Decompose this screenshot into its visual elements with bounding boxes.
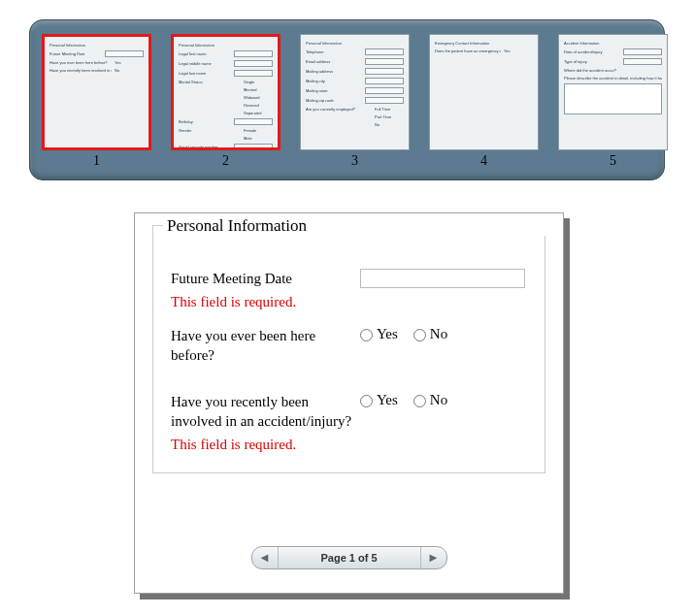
- been-here-no-radio[interactable]: [413, 329, 426, 341]
- meeting-date-input[interactable]: [360, 269, 525, 288]
- thumb-header: Accident Information: [564, 41, 662, 46]
- page-thumbnail-1[interactable]: Personal InformationFuture Meeting DateH…: [42, 34, 151, 174]
- page-thumbnail-2[interactable]: Personal InformationLegal first nameLega…: [171, 34, 280, 174]
- thumb-header: Personal Information: [179, 43, 273, 48]
- thumb-page-number: 1: [42, 154, 151, 168]
- pager-prev-button[interactable]: ◄: [252, 547, 279, 568]
- page-thumbnail-4[interactable]: Emergency Contact InformationDoes the pa…: [429, 34, 539, 174]
- meeting-date-error: This field is required.: [171, 294, 527, 310]
- accident-error: This field is required.: [171, 437, 527, 453]
- meeting-date-label: Future Meeting Date: [171, 269, 360, 288]
- pager: ◄ Page 1 of 5 ►: [135, 546, 563, 569]
- accident-yes-radio[interactable]: [360, 395, 373, 407]
- thumb-header: Personal Information: [306, 41, 404, 46]
- been-here-yes-option[interactable]: Yes: [360, 326, 398, 342]
- fieldset-legend: Personal Information: [163, 216, 554, 236]
- accident-no-radio[interactable]: [413, 395, 426, 407]
- thumb-header: Emergency Contact Information: [435, 41, 533, 46]
- thumb-page-number: 5: [558, 154, 668, 168]
- page-thumbnail-3[interactable]: Personal InformationTelephoneEmail addre…: [300, 34, 410, 174]
- thumb-page-number: 4: [429, 154, 539, 168]
- page-thumbnail-strip: Personal InformationFuture Meeting DateH…: [29, 19, 665, 180]
- personal-information-fieldset: Personal Information Future Meeting Date…: [152, 225, 545, 473]
- page-thumbnail-5[interactable]: Accident InformationDate of accident/inj…: [558, 34, 668, 174]
- accident-yes-option[interactable]: Yes: [360, 392, 398, 408]
- been-here-no-option[interactable]: No: [413, 326, 447, 342]
- thumb-header: Personal Information: [50, 43, 144, 48]
- pager-next-button[interactable]: ►: [420, 547, 446, 568]
- form-panel: Personal Information Future Meeting Date…: [134, 212, 564, 594]
- been-here-label: Have you ever been here before?: [171, 326, 360, 365]
- thumb-page-number: 2: [171, 154, 280, 168]
- pager-text: Page 1 of 5: [279, 552, 420, 564]
- accident-label: Have you recently been involved in an ac…: [171, 392, 360, 431]
- accident-no-option[interactable]: No: [413, 392, 447, 408]
- thumb-page-number: 3: [300, 154, 410, 168]
- been-here-yes-radio[interactable]: [360, 329, 373, 341]
